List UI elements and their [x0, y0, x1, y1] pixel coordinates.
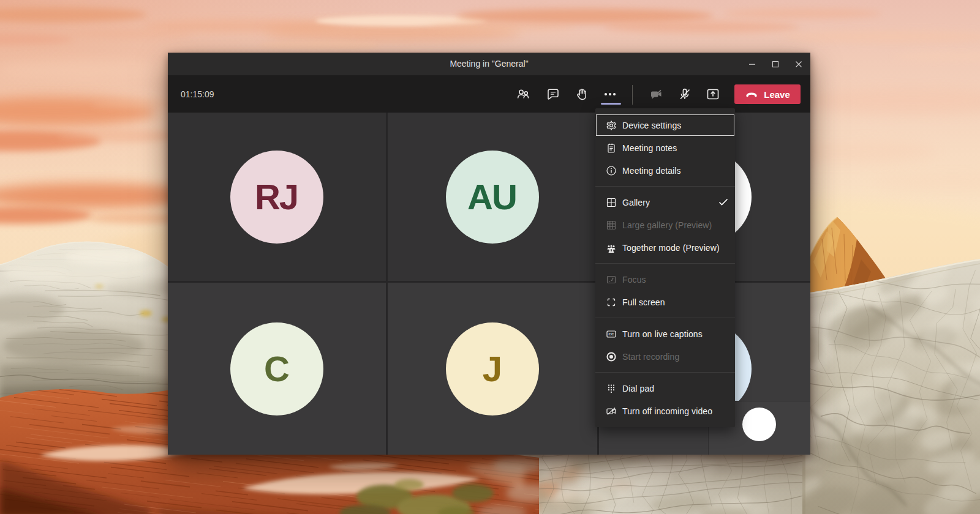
gallery-icon — [606, 197, 617, 208]
avatar: RJ — [230, 151, 323, 244]
share-screen-icon — [704, 86, 722, 103]
titlebar: Meeting in "General" — [168, 53, 810, 75]
meeting-timer: 01:15:09 — [181, 75, 214, 113]
close-button[interactable] — [787, 53, 810, 75]
menu-separator — [595, 182, 735, 191]
focus-icon — [606, 274, 617, 285]
window-controls — [741, 53, 810, 75]
menu-item-start-recording: Start recording — [595, 345, 735, 368]
window-title: Meeting in "General" — [168, 53, 810, 75]
menu-item-large-gallery: Large gallery (Preview) — [595, 214, 735, 236]
hang-up-icon — [745, 88, 758, 101]
menu-item-device-settings[interactable]: Device settings — [595, 114, 735, 136]
check-icon — [718, 198, 728, 206]
minimize-button[interactable] — [741, 53, 764, 75]
chat-icon — [545, 86, 561, 102]
more-options-menu: Device settings Meeting notes Meetin — [595, 108, 735, 427]
menu-item-live-captions[interactable]: CC Turn on live captions — [595, 322, 735, 345]
share-screen-button[interactable] — [699, 81, 726, 108]
menu-item-label: Meeting notes — [622, 143, 677, 153]
live-captions-icon: CC — [606, 329, 617, 340]
leave-button[interactable]: Leave — [734, 84, 801, 104]
maximize-icon — [772, 61, 779, 68]
menu-item-label: Gallery — [622, 198, 650, 207]
more-active-underline — [601, 103, 621, 105]
together-mode-icon — [606, 242, 617, 253]
raise-hand-icon — [574, 86, 590, 102]
menu-item-label: Meeting details — [622, 166, 681, 176]
participant-tile: J — [388, 283, 597, 455]
menu-item-label: Device settings — [622, 121, 681, 130]
meeting-toolbar: 01:15:09 — [168, 75, 810, 113]
menu-item-label: Focus — [622, 275, 646, 285]
participants-icon — [515, 86, 531, 102]
large-gallery-icon — [606, 220, 617, 231]
minimize-icon — [748, 61, 756, 68]
video-off-icon — [606, 406, 617, 417]
menu-item-label: Large gallery (Preview) — [622, 220, 712, 230]
raise-hand-button[interactable] — [568, 81, 595, 108]
leave-label: Leave — [764, 89, 790, 100]
menu-item-meeting-notes[interactable]: Meeting notes — [595, 136, 735, 159]
camera-off-icon — [648, 86, 665, 103]
participants-button[interactable] — [510, 81, 537, 108]
close-icon — [795, 61, 802, 68]
menu-item-label: Dial pad — [622, 384, 654, 393]
toolbar-separator — [632, 85, 633, 105]
menu-item-label: Turn on live captions — [622, 329, 703, 339]
menu-separator — [595, 313, 735, 322]
camera-button[interactable] — [643, 81, 670, 108]
menu-separator — [595, 368, 735, 377]
record-icon — [606, 351, 617, 362]
gear-icon — [606, 120, 617, 131]
mic-off-icon — [676, 86, 693, 103]
menu-item-label: Start recording — [622, 352, 679, 362]
mic-button[interactable] — [671, 81, 698, 108]
menu-item-label: Turn off incoming video — [622, 406, 712, 416]
menu-item-turn-off-incoming-video[interactable]: Turn off incoming video — [595, 400, 735, 422]
full-screen-icon — [606, 297, 617, 308]
menu-item-label: Together mode (Preview) — [622, 243, 720, 253]
menu-item-gallery[interactable]: Gallery — [595, 191, 735, 214]
maximize-button[interactable] — [764, 53, 787, 75]
self-avatar — [742, 408, 776, 441]
menu-item-meeting-details[interactable]: Meeting details — [595, 159, 735, 182]
avatar: AU — [446, 151, 539, 244]
svg-text:CC: CC — [609, 332, 614, 336]
menu-separator — [595, 259, 735, 268]
notes-icon — [606, 143, 617, 154]
avatar: C — [230, 322, 323, 415]
menu-item-dial-pad[interactable]: Dial pad — [595, 377, 735, 400]
chat-button[interactable] — [540, 81, 567, 108]
menu-item-full-screen[interactable]: Full screen — [595, 291, 735, 313]
participant-tile: C — [168, 283, 386, 455]
participant-tile: AU — [388, 113, 597, 281]
avatar: J — [446, 322, 539, 415]
menu-item-label: Full screen — [622, 297, 665, 307]
menu-item-together-mode[interactable]: Together mode (Preview) — [595, 236, 735, 259]
dial-pad-icon — [606, 383, 617, 394]
menu-item-focus: Focus — [595, 268, 735, 291]
more-options-icon — [602, 86, 618, 102]
participant-tile: RJ — [168, 113, 386, 281]
teams-meeting-window: Meeting in "General" 01:15:09 — [168, 53, 810, 455]
info-icon — [606, 165, 617, 176]
